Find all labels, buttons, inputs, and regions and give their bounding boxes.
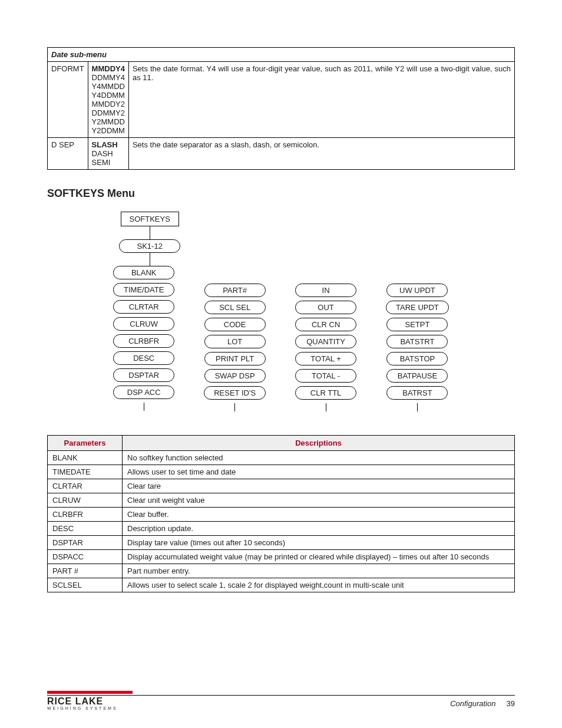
table-row-param: D SEP (48, 138, 88, 170)
param-cell: SCLSEL (48, 578, 123, 592)
param-cell: DSPTAR (48, 536, 123, 550)
desc-cell: Display accumulated weight value (may be… (123, 550, 515, 564)
desc-cell: No softkey function selected (123, 451, 515, 465)
desc-cell: Allows user to select scale 1, scale 2 f… (123, 578, 515, 592)
table-row-options: SLASHDASHSEMI (88, 138, 128, 170)
logo-sub: WEIGHING SYSTEMS (47, 706, 118, 710)
param-cell: TIMEDATE (48, 465, 123, 479)
softkeys-diagram: SOFTKEYS SK1-12 BLANKTIME/DATECLRTARCLRU… (47, 212, 515, 411)
param-cell: CLRBFR (48, 508, 123, 522)
diagram-node: DESC (113, 351, 174, 365)
table-section-header: Date sub-menu (48, 48, 515, 62)
diagram-node: QUANTITY (295, 335, 356, 348)
diagram-node: TOTAL + (295, 352, 356, 365)
diagram-node: CLR TTL (295, 386, 356, 400)
diagram-node: PART# (204, 284, 266, 297)
footer-label: Configuration (450, 699, 495, 708)
diagram-node: PRINT PLT (204, 352, 266, 365)
date-submenu-table: Date sub-menu DFORMTMMDDY4DDMMY4Y4MMDDY4… (47, 47, 515, 170)
diagram-node: OUT (295, 301, 356, 314)
desc-cell: Display tare value (times out after 10 s… (123, 536, 515, 550)
diagram-node: CLRUW (113, 317, 174, 331)
desc-cell: Description update. (123, 522, 515, 536)
desc-cell: Clear unit weight value (123, 493, 515, 508)
footer-page: 39 (507, 699, 515, 708)
desc-cell: Allows user to set time and date (123, 465, 515, 479)
param-cell: CLRUW (48, 493, 123, 508)
desc-cell: Part number entry. (123, 564, 515, 578)
table-header-descriptions: Descriptions (123, 436, 515, 451)
diagram-node: IN (295, 284, 356, 297)
diagram-node: DSP ACC (113, 386, 174, 399)
parameters-table: Parameters Descriptions BLANKNo softkey … (47, 435, 515, 592)
diagram-node: BATSTOP (386, 352, 448, 365)
diagram-node: RESET ID'S (204, 386, 266, 400)
table-header-parameters: Parameters (48, 436, 123, 451)
diagram-child: SK1-12 (119, 239, 180, 253)
diagram-node: BATPAUSE (386, 369, 448, 383)
param-cell: BLANK (48, 451, 123, 465)
desc-cell: Clear buffer. (123, 508, 515, 522)
diagram-node: TIME/DATE (113, 283, 174, 297)
logo: RICE LAKE WEIGHING SYSTEMS (47, 697, 118, 710)
diagram-node: CLRTAR (113, 300, 174, 314)
param-cell: DESC (48, 522, 123, 536)
param-cell: PART # (48, 564, 123, 578)
table-row-param: DFORMT (48, 62, 88, 138)
diagram-root: SOFTKEYS (121, 212, 179, 226)
diagram-node: BLANK (113, 266, 174, 279)
desc-cell: Clear tare (123, 479, 515, 493)
logo-main: RICE LAKE (47, 697, 118, 706)
diagram-node: TOTAL - (295, 369, 356, 383)
table-row-description: Sets the date separator as a slash, dash… (128, 138, 514, 170)
diagram-node: SWAP DSP (204, 369, 266, 383)
table-row-options: MMDDY4DDMMY4Y4MMDDY4DDMMMMDDY2DDMMY2Y2MM… (88, 62, 128, 138)
table-row-description: Sets the date format. Y4 will use a four… (128, 62, 514, 138)
diagram-node: SETPT (386, 318, 448, 331)
diagram-node: CODE (204, 318, 266, 331)
diagram-node: TARE UPDT (386, 301, 449, 314)
diagram-node: DSPTAR (113, 368, 174, 382)
diagram-node: SCL SEL (204, 301, 266, 314)
page-footer: RICE LAKE WEIGHING SYSTEMS Configuration… (47, 691, 515, 710)
diagram-node: BATSTRT (386, 335, 448, 348)
diagram-node: UW UPDT (386, 284, 448, 297)
diagram-node: CLRBFR (113, 334, 174, 348)
section-heading: SOFTKEYS Menu (47, 187, 515, 200)
diagram-node: CLR CN (295, 318, 356, 331)
diagram-node: LOT (204, 335, 266, 348)
diagram-node: BATRST (386, 386, 448, 400)
param-cell: CLRTAR (48, 479, 123, 493)
param-cell: DSPACC (48, 550, 123, 564)
